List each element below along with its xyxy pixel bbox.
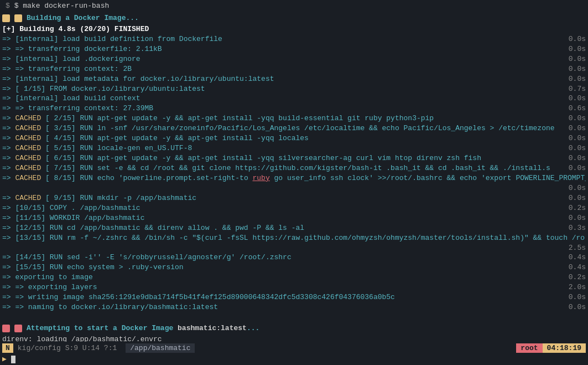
banner1: Building a Docker Image... <box>2 12 586 24</box>
build-line-9: => CACHED [ 3/15] RUN ln -snf /usr/share… <box>2 124 586 133</box>
build-status: [+] Building 4.8s (20/20) FINISHED <box>2 25 149 33</box>
top-command-line: $ $ make docker-run-bash <box>2 0 586 12</box>
build-line-19: => [13/15] RUN rm -f ~/.zshrc && /bin/sh… <box>2 233 586 253</box>
build-line-21: => [15/15] RUN echo system > .ruby-versi… <box>2 263 586 273</box>
build-line-16: => [10/15] COPY . /app/bashmatic0.2s <box>2 203 586 213</box>
banner2-icon-left <box>2 325 10 332</box>
build-line-20: => [14/15] RUN sed -i'' -E 's/robbyrusse… <box>2 253 586 263</box>
build-line-0: => [internal] load build definition from… <box>2 34 586 44</box>
banner2-text: Attempting to start a Docker Image bashm… <box>27 323 259 333</box>
build-line-18: => [12/15] RUN cd /app/bashmatic && dire… <box>2 223 586 233</box>
build-line-13: => CACHED [ 7/15] RUN set -e && cd /root… <box>2 163 586 173</box>
status-left: N kig/config S:9 U:14 ?:1 /app/bashmatic <box>2 343 516 353</box>
build-line-4: => [internal] load metadata for docker.i… <box>2 74 586 84</box>
build-line-1: => => transferring dockerfile: 2.11kB0.0… <box>2 44 586 54</box>
banner1-icon-left <box>2 14 10 22</box>
status-path: /app/bashmatic <box>126 343 195 353</box>
banner1-text: Building a Docker Image... <box>27 13 139 23</box>
status-time: 04:18:19 <box>543 343 586 353</box>
build-line-24: => => writing image sha256:1291e9dba1714… <box>2 292 586 302</box>
build-line-7: => => transferring context: 27.39MB0.6s <box>2 104 586 114</box>
build-line-14: => CACHED [ 8/15] RUN echo 'powerline.pr… <box>2 173 586 193</box>
build-line-2: => [internal] load .dockerignore0.0s <box>2 54 586 64</box>
build-line-22: => exporting to image0.2s <box>2 273 586 282</box>
status-root-label: root <box>516 343 542 353</box>
prompt-line: ▶ <box>0 354 588 365</box>
status-mode: N <box>2 343 13 353</box>
build-line-3: => => transferring context: 2B0.0s <box>2 64 586 74</box>
build-line-5: => [ 1/15] FROM docker.io/library/ubuntu… <box>2 84 586 94</box>
build-line-15: => CACHED [ 9/15] RUN mkdir -p /app/bash… <box>2 193 586 203</box>
status-file-info: kig/config S:9 U:14 ?:1 <box>15 344 119 352</box>
banner2-icon-right <box>14 325 22 332</box>
direnv-line1: direnv: loading /app/bashmatic/.envrc <box>2 335 586 342</box>
banner1-icon-right <box>14 14 22 22</box>
build-line-6: => [internal] load build context0.0s <box>2 94 586 104</box>
top-command: $ make docker-run-bash <box>14 2 110 10</box>
build-line-23: => => exporting layers2.0s <box>2 282 586 292</box>
banner2: Attempting to start a Docker Image bashm… <box>2 322 586 335</box>
status-bar: N kig/config S:9 U:14 ?:1 /app/bashmatic… <box>0 342 588 354</box>
build-line-17: => [11/15] WORKDIR /app/bashmatic0.0s <box>2 213 586 223</box>
build-status-line: [+] Building 4.8s (20/20) FINISHED <box>2 24 586 34</box>
status-right: root 04:18:19 <box>516 343 586 353</box>
build-line-25: => => naming to docker.io/library/bashma… <box>2 302 586 312</box>
build-line-12: => CACHED [ 6/15] RUN apt-get update -y … <box>2 153 586 163</box>
blank-line <box>2 312 586 322</box>
prompt-cursor <box>11 356 15 363</box>
build-line-8: => CACHED [ 2/15] RUN apt-get update -y … <box>2 114 586 124</box>
terminal-content: $ $ make docker-run-bash Building a Dock… <box>0 0 588 342</box>
prompt-arrow: ▶ <box>2 355 7 363</box>
build-line-10: => CACHED [ 4/15] RUN apt-get update -y … <box>2 133 586 143</box>
build-line-11: => CACHED [ 5/15] RUN locale-gen en_US.U… <box>2 143 586 153</box>
terminal: $ $ make docker-run-bash Building a Dock… <box>0 0 588 365</box>
